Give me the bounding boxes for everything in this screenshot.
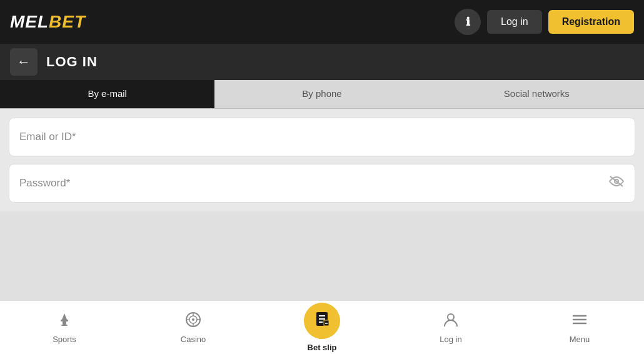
menu-icon: [571, 311, 588, 332]
tab-email[interactable]: By e-mail: [0, 80, 214, 108]
casino-label: Casino: [181, 335, 206, 344]
sports-label: Sports: [53, 335, 76, 344]
svg-rect-3: [63, 321, 66, 325]
menu-label: Menu: [570, 335, 590, 344]
back-icon: ←: [17, 54, 31, 70]
info-icon: ℹ: [466, 15, 470, 29]
bottom-nav: Sports Casino: [0, 300, 644, 354]
betslip-icon: [313, 310, 331, 333]
svg-rect-2: [61, 320, 68, 321]
sports-icon: [56, 311, 73, 332]
nav-item-sports[interactable]: Sports: [0, 301, 129, 354]
email-field-wrapper: [9, 118, 635, 156]
header-right: ℹ Log in Registration: [455, 9, 634, 35]
bet-slip-circle: [304, 303, 340, 339]
header: MELBET ℹ Log in Registration: [0, 0, 644, 44]
nav-item-menu[interactable]: Menu: [515, 301, 644, 354]
eye-icon[interactable]: [608, 175, 625, 191]
tab-social[interactable]: Social networks: [430, 80, 644, 108]
login-bar: ← LOG IN: [0, 44, 644, 80]
email-input[interactable]: [19, 131, 625, 143]
password-field-wrapper: [9, 164, 635, 203]
casino-icon: [184, 311, 202, 332]
logo-bet: BET: [49, 12, 86, 32]
login-nav-label: Log in: [440, 335, 461, 344]
login-button[interactable]: Log in: [487, 10, 542, 34]
nav-item-casino[interactable]: Casino: [129, 301, 258, 354]
logo: MELBET: [10, 12, 86, 32]
logo-mel: MEL: [10, 12, 49, 32]
svg-rect-4: [61, 325, 68, 326]
svg-point-7: [192, 318, 194, 321]
svg-line-1: [610, 176, 623, 186]
betslip-label: Bet slip: [308, 343, 337, 352]
nav-item-betslip[interactable]: Bet slip: [258, 301, 386, 354]
svg-point-18: [448, 314, 454, 320]
info-button[interactable]: ℹ: [455, 9, 481, 35]
tab-phone[interactable]: By phone: [214, 80, 429, 108]
password-input[interactable]: [19, 177, 625, 190]
login-title: LOG IN: [46, 54, 98, 70]
login-nav-icon: [442, 311, 460, 332]
back-button[interactable]: ←: [10, 48, 38, 76]
register-button[interactable]: Registration: [548, 10, 634, 34]
tabs-bar: By e-mail By phone Social networks: [0, 80, 644, 109]
form-area: [0, 109, 644, 211]
nav-item-login[interactable]: Log in: [386, 301, 515, 354]
